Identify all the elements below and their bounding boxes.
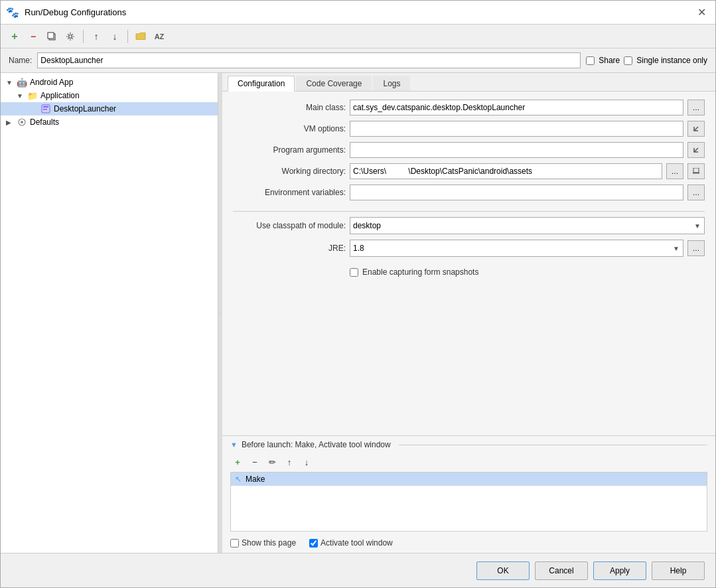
name-input[interactable]: [37, 52, 581, 68]
folder-button[interactable]: [132, 28, 149, 45]
apply-button[interactable]: Apply: [593, 561, 646, 580]
env-vars-input[interactable]: [350, 184, 683, 200]
right-config-panel: Configuration Code Coverage Logs Main cl…: [222, 73, 715, 553]
jre-row: JRE: 1.8 ▼ …: [233, 240, 705, 257]
program-args-expand-button[interactable]: [687, 142, 705, 158]
add-config-button[interactable]: +: [6, 28, 23, 45]
android-icon: 🤖: [17, 77, 27, 88]
enable-capture-label: Enable capturing form snapshots: [362, 267, 478, 277]
share-label: Share: [599, 56, 620, 65]
bl-edit-button[interactable]: ✏: [265, 455, 279, 469]
toolbar-separator-2: [127, 30, 128, 43]
ok-button[interactable]: OK: [476, 561, 530, 580]
tree-label-application: Application: [40, 91, 80, 100]
jre-select-wrapper: 1.8 ▼: [350, 240, 683, 257]
enable-capture-checkbox[interactable]: [350, 268, 358, 277]
name-label: Name:: [9, 56, 32, 65]
tree-item-defaults[interactable]: ▶ Defaults: [1, 115, 218, 129]
copy-config-button[interactable]: [43, 28, 60, 45]
working-dir-input[interactable]: [350, 163, 662, 179]
vm-options-input[interactable]: [350, 121, 683, 137]
make-label: Make: [246, 475, 265, 484]
title-bar: 🐾 Run/Debug Configurations ✕: [1, 1, 715, 25]
svg-rect-11: [693, 168, 699, 173]
move-down-button[interactable]: ↓: [106, 28, 123, 45]
tree-label-android-app: Android App: [30, 78, 73, 87]
classpath-row: Use classpath of module: desktop ▼: [233, 217, 705, 234]
name-row: Name: Share Single instance only: [1, 48, 715, 73]
jre-select[interactable]: 1.8: [350, 240, 683, 257]
tab-code-coverage[interactable]: Code Coverage: [296, 76, 372, 91]
share-area: Share Single instance only: [586, 56, 707, 65]
bl-add-button[interactable]: +: [230, 455, 245, 469]
single-instance-label: Single instance only: [636, 56, 707, 65]
working-dir-browse-button[interactable]: …: [666, 163, 683, 179]
before-launch-section: ▼ Before launch: Make, Activate tool win…: [222, 435, 715, 553]
bl-down-button[interactable]: ↓: [299, 455, 314, 469]
working-dir-edit-button[interactable]: [687, 163, 705, 179]
tree-item-application[interactable]: ▼ 📁 Application: [1, 89, 218, 102]
dialog-footer: OK Cancel Apply Help: [1, 553, 715, 587]
main-class-browse-button[interactable]: …: [687, 100, 705, 115]
bl-list-item-make[interactable]: ↖ Make: [231, 473, 707, 486]
sort-button[interactable]: AZ: [151, 28, 168, 45]
main-class-row: Main class: …: [233, 100, 705, 115]
tree-label-defaults: Defaults: [30, 117, 59, 127]
share-checkbox[interactable]: [586, 56, 595, 65]
tab-configuration[interactable]: Configuration: [228, 76, 295, 92]
tree-arrow-defaults: ▶: [6, 119, 14, 126]
jre-browse-button[interactable]: …: [687, 240, 705, 256]
activate-tool-window-checkbox[interactable]: [309, 539, 318, 548]
bl-remove-button[interactable]: −: [248, 455, 262, 469]
folder-icon-application: 📁: [27, 90, 38, 101]
before-launch-toolbar: + − ✏ ↑ ↓: [222, 453, 715, 471]
help-button[interactable]: Help: [652, 561, 705, 580]
tree-item-desktop-launcher[interactable]: ▶ DesktopLauncher: [1, 102, 218, 115]
show-page-checkbox[interactable]: [230, 539, 239, 548]
tabs-row: Configuration Code Coverage Logs: [222, 73, 715, 92]
expand-icon: [692, 125, 700, 133]
svg-rect-1: [48, 33, 54, 38]
svg-point-7: [21, 121, 23, 123]
env-vars-browse-button[interactable]: …: [687, 184, 705, 200]
tab-logs[interactable]: Logs: [373, 76, 410, 91]
program-args-input[interactable]: [350, 142, 683, 158]
svg-line-8: [694, 127, 698, 131]
move-up-button[interactable]: ↑: [88, 28, 105, 45]
single-instance-checkbox[interactable]: [624, 56, 632, 65]
edit-icon: [693, 168, 699, 175]
enable-capture-row: Enable capturing form snapshots: [350, 267, 705, 277]
tree-arrow-android: ▼: [6, 79, 14, 86]
classpath-select-wrapper: desktop ▼: [350, 217, 705, 234]
svg-rect-5: [43, 109, 47, 110]
app-icon: 🐾: [6, 6, 19, 19]
config-body: Main class: … VM options:: [222, 92, 715, 433]
configure-button[interactable]: [62, 28, 79, 45]
close-button[interactable]: ✕: [693, 6, 710, 19]
before-launch-list: ↖ Make: [230, 472, 707, 532]
defaults-icon: [17, 117, 27, 127]
cancel-button[interactable]: Cancel: [535, 561, 588, 580]
left-tree-panel: ▼ 🤖 Android App ▼ 📁 Application ▶: [1, 73, 218, 553]
jre-label: JRE:: [233, 244, 346, 253]
toolbar-separator: [83, 30, 84, 43]
bl-up-button[interactable]: ↑: [282, 455, 297, 469]
before-launch-divider: [399, 445, 707, 445]
env-vars-label: Environment variables:: [233, 188, 346, 197]
main-class-input[interactable]: [350, 100, 683, 115]
classpath-select[interactable]: desktop: [350, 217, 705, 234]
env-vars-row: Environment variables: …: [233, 184, 705, 200]
svg-rect-4: [43, 106, 48, 108]
tree-item-android-app[interactable]: ▼ 🤖 Android App: [1, 76, 218, 89]
tree-label-desktop: DesktopLauncher: [54, 104, 116, 113]
main-toolbar: + − ↑ ↓ AZ: [1, 25, 715, 48]
config-icon-desktop: [40, 104, 51, 114]
show-page-option: Show this page: [230, 538, 296, 548]
working-dir-row: Working directory: …: [233, 163, 705, 179]
dialog-title: Run/Debug Configurations: [25, 7, 688, 17]
remove-config-button[interactable]: −: [25, 28, 42, 45]
activate-tool-window-label: Activate tool window: [321, 538, 393, 548]
vm-options-expand-button[interactable]: [687, 121, 705, 137]
folder-icon: [135, 32, 146, 40]
copy-icon: [47, 32, 56, 41]
